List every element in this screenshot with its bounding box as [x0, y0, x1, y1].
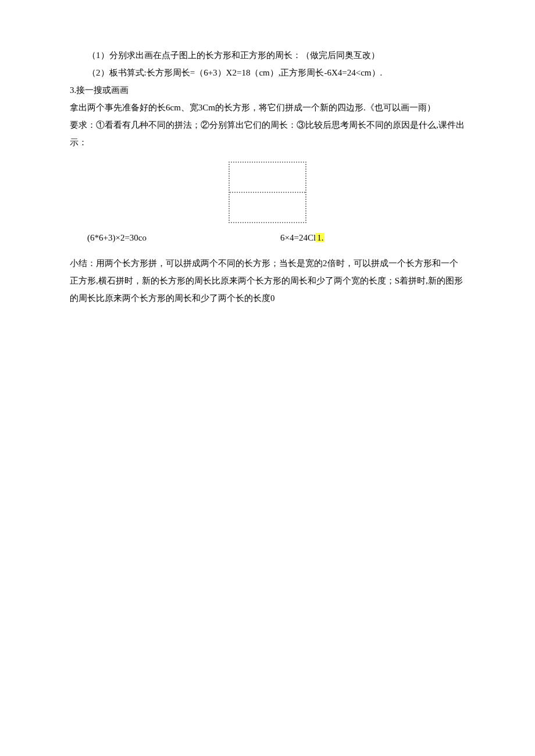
rect-cell-bottom	[230, 193, 305, 222]
paragraph-5: 要求：①看看有几种不同的拼法；②分别算出它们的周长：③比较后思考周长不同的原因是…	[70, 116, 465, 151]
document-page: （1）分别求出画在点子图上的长方形和正方形的周长：（做完后同奥互改） （2）板书…	[0, 0, 535, 330]
summary-paragraph: 小结：用两个长方形拼，可以拼成两个不同的长方形；当长是宽的2倍时，可以拼成一个长…	[70, 255, 465, 307]
paragraph-3: 3.接一搜或画画	[70, 81, 465, 99]
paragraph-1: （1）分别求出画在点子图上的长方形和正方形的周长：（做完后同奥互改）	[70, 46, 465, 64]
expression-right: 6×4=24Cl1.	[280, 229, 324, 246]
expression-row: (6*6+3)×2=30co 6×4=24Cl1.	[70, 229, 465, 246]
expression-left: (6*6+3)×2=30co	[70, 229, 147, 246]
figure-stacked-rectangles	[70, 162, 465, 223]
paragraph-4: 拿出两个事先准备好的长6cm、宽3Cm的长方形，将它们拼成一个新的四边形.《也可…	[70, 99, 465, 116]
expression-right-text: 6×4=24Cl	[280, 233, 316, 242]
rect-cell-top	[230, 163, 305, 193]
paragraph-2: （2）板书算式:长方形周长=（6+3）X2=18（cm）,正方形周长-6X4=2…	[70, 64, 465, 81]
highlighted-text: 1.	[316, 233, 324, 242]
stacked-rectangle-diagram	[229, 162, 306, 223]
